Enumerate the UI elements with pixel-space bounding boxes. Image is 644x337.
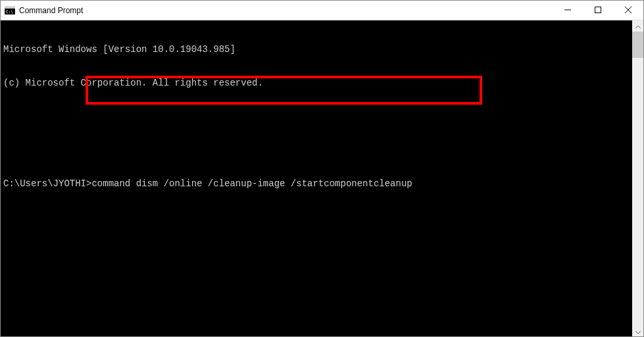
scroll-thumb[interactable] [632, 32, 643, 58]
maximize-button[interactable] [583, 1, 613, 20]
command-prompt-window: C:\ Command Prompt [0, 0, 644, 337]
window-title: Command Prompt [19, 6, 83, 15]
terminal-version-line: Microsoft Windows [Version 10.0.19043.98… [3, 44, 630, 55]
svg-rect-1 [5, 7, 15, 9]
svg-text:C:\: C:\ [6, 9, 13, 14]
maximize-icon [595, 5, 601, 15]
scroll-up-button[interactable] [632, 20, 643, 32]
scroll-track[interactable] [632, 32, 643, 325]
close-button[interactable] [613, 1, 643, 20]
cmd-icon: C:\ [5, 5, 15, 16]
terminal-command-input[interactable]: command dism /online /cleanup-image /sta… [91, 178, 412, 190]
terminal-copyright-line: (c) Microsoft Corporation. All rights re… [3, 78, 630, 89]
chevron-up-icon [635, 21, 641, 31]
window-controls [553, 1, 643, 20]
titlebar[interactable]: C:\ Command Prompt [1, 1, 643, 20]
close-icon [625, 5, 632, 15]
terminal-area: Microsoft Windows [Version 10.0.19043.98… [1, 20, 643, 336]
terminal-prompt: C:\Users\JYOTHI> [3, 178, 91, 190]
minimize-icon [564, 5, 571, 15]
titlebar-left: C:\ Command Prompt [1, 5, 553, 16]
svg-rect-4 [595, 7, 601, 13]
scroll-down-button[interactable] [632, 325, 643, 336]
minimize-button[interactable] [553, 1, 583, 20]
vertical-scrollbar[interactable] [632, 20, 643, 336]
terminal-content[interactable]: Microsoft Windows [Version 10.0.19043.98… [1, 20, 632, 336]
terminal-prompt-row: C:\Users\JYOTHI>command dism /online /cl… [3, 178, 630, 190]
chevron-down-icon [635, 326, 641, 336]
